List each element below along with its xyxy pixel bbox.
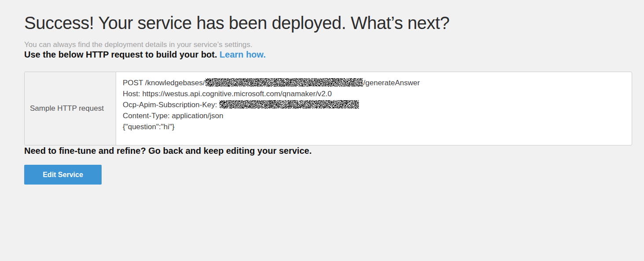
subscription-key-prefix: Ocp-Apim-Subscription-Key: — [123, 101, 219, 109]
page-title: Success! Your service has been deployed.… — [24, 13, 632, 33]
build-bot-heading-text: Use the below HTTP request to build your… — [24, 50, 217, 59]
deployment-success-page: Success! Your service has been deployed.… — [0, 0, 644, 261]
redacted-subscription-key — [220, 100, 359, 109]
request-line-content-type: Content-Type: application/json — [123, 110, 625, 121]
request-line-host: Host: https://westus.api.cognitive.micro… — [123, 88, 625, 99]
sample-request-value-cell: POST /knowledgebases//generateAnswer Hos… — [116, 72, 632, 145]
redacted-knowledge-base-id — [205, 78, 363, 87]
post-line-prefix: POST /knowledgebases/ — [123, 79, 205, 87]
edit-service-heading: Need to fine-tune and refine? Go back an… — [24, 145, 632, 156]
request-line-body: {"question":"hi"} — [123, 121, 625, 132]
request-line-subscription-key: Ocp-Apim-Subscription-Key: — [123, 99, 625, 110]
build-bot-heading: Use the below HTTP request to build your… — [24, 49, 632, 60]
sample-request-label: Sample HTTP request — [30, 104, 104, 113]
post-line-suffix: /generateAnswer — [363, 79, 420, 87]
request-line-post: POST /knowledgebases//generateAnswer — [123, 77, 625, 88]
edit-service-button[interactable]: Edit Service — [24, 165, 102, 185]
sample-http-request-table: Sample HTTP request POST /knowledgebases… — [24, 72, 632, 145]
page-subtitle: You can always find the deployment detai… — [24, 40, 632, 49]
learn-how-link[interactable]: Learn how. — [220, 50, 266, 59]
sample-request-label-cell: Sample HTTP request — [25, 72, 116, 145]
edit-service-section: Need to fine-tune and refine? Go back an… — [24, 145, 632, 185]
build-bot-section: Use the below HTTP request to build your… — [24, 49, 632, 145]
